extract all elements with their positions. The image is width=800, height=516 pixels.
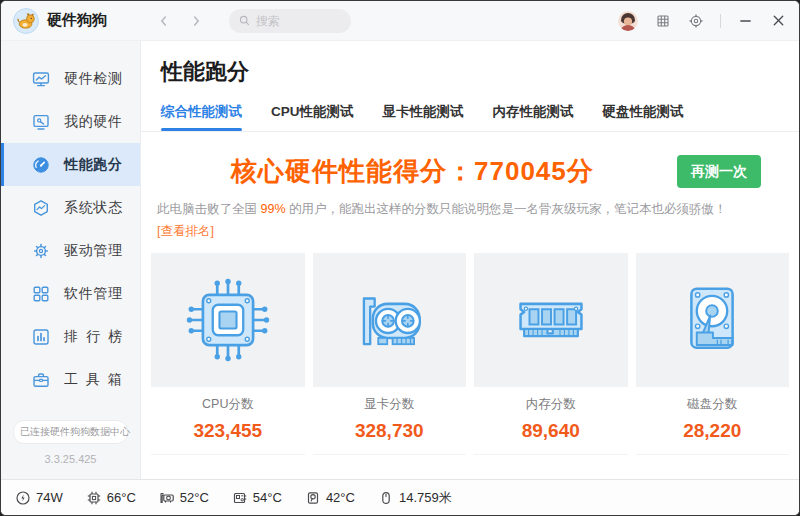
motherboard-temp-value: 54°C xyxy=(253,490,282,505)
gpu-score-label: 显卡分数 xyxy=(313,396,467,413)
sidebar-label: 驱动管理 xyxy=(64,242,122,260)
search-icon xyxy=(238,14,251,27)
toolbox-icon xyxy=(31,370,51,390)
sidebar-label: 工具箱 xyxy=(64,371,122,389)
gpu-score-card: 显卡分数 328,730 xyxy=(313,253,467,455)
status-cpu-temp: 66°C xyxy=(86,490,136,506)
retest-button[interactable]: 再测一次 xyxy=(677,155,761,188)
settings-gear-icon[interactable] xyxy=(687,12,704,29)
score-cards: CPU分数 323,455 xyxy=(141,240,799,455)
hdd-icon xyxy=(669,277,755,363)
status-disk-temp: 42°C xyxy=(305,490,355,506)
search-input[interactable] xyxy=(256,14,336,28)
feedback-grid-icon[interactable] xyxy=(654,12,671,29)
memory-score-label: 内存分数 xyxy=(474,396,628,413)
sidebar-item-software-management[interactable]: 软件管理 xyxy=(1,272,140,315)
app-title: 硬件狗狗 xyxy=(47,11,107,30)
tab-comprehensive-test[interactable]: 综合性能测试 xyxy=(161,103,242,131)
tab-memory-test[interactable]: 内存性能测试 xyxy=(493,103,574,131)
status-power: 74W xyxy=(15,490,63,506)
computer-icon xyxy=(31,112,51,132)
back-button[interactable] xyxy=(155,12,173,30)
status-mouse-distance: 14.759米 xyxy=(378,489,452,507)
sidebar-label: 性能跑分 xyxy=(64,156,122,174)
forward-button[interactable] xyxy=(187,12,205,30)
memory-score-value: 89,640 xyxy=(474,420,628,442)
cpu-temp-value: 66°C xyxy=(107,490,136,505)
minimize-button[interactable] xyxy=(737,12,754,29)
disk-score-value: 28,220 xyxy=(636,420,790,442)
tab-disk-test[interactable]: 硬盘性能测试 xyxy=(603,103,684,131)
sidebar-label: 软件管理 xyxy=(64,285,122,303)
sidebar: 硬件检测 我的硬件 性能跑分 xyxy=(1,41,141,479)
sidebar-item-benchmark[interactable]: 性能跑分 xyxy=(1,143,140,186)
gauge-icon xyxy=(31,155,51,175)
cpu-chip-icon xyxy=(86,490,102,506)
app-version: 3.3.25.425 xyxy=(13,453,128,465)
score-description: 此电脑击败了全国 99% 的用户，能跑出这样的分数只能说明您是一名骨灰级玩家，笔… xyxy=(141,189,799,221)
mouse-icon xyxy=(378,490,394,506)
mouse-distance-value: 14.759米 xyxy=(399,489,452,507)
cpu-icon xyxy=(185,277,271,363)
hexagon-icon xyxy=(31,198,51,218)
status-motherboard-temp: 54°C xyxy=(232,490,282,506)
tab-gpu-test[interactable]: 显卡性能测试 xyxy=(383,103,464,131)
app-window: 硬件狗狗 xyxy=(0,0,800,516)
dog-logo-icon xyxy=(13,8,39,34)
cpu-score-value: 323,455 xyxy=(151,420,305,442)
search-box[interactable] xyxy=(229,9,351,33)
sidebar-item-my-hardware[interactable]: 我的硬件 xyxy=(1,100,140,143)
close-button[interactable] xyxy=(770,12,787,29)
tab-cpu-test[interactable]: CPU性能测试 xyxy=(271,103,354,131)
disk-score-label: 磁盘分数 xyxy=(636,396,790,413)
disk-icon xyxy=(305,490,321,506)
sidebar-item-hardware-detect[interactable]: 硬件检测 xyxy=(1,57,140,100)
user-avatar[interactable] xyxy=(618,11,638,31)
sidebar-item-driver-management[interactable]: 驱动管理 xyxy=(1,229,140,272)
gpu-score-value: 328,730 xyxy=(313,420,467,442)
sidebar-item-system-status[interactable]: 系统状态 xyxy=(1,186,140,229)
app-grid-icon xyxy=(31,284,51,304)
sidebar-label: 我的硬件 xyxy=(64,113,122,131)
cpu-score-label: CPU分数 xyxy=(151,396,305,413)
sidebar-label: 排行榜 xyxy=(64,328,122,346)
disk-score-card: 磁盘分数 28,220 xyxy=(636,253,790,455)
gpu-temp-value: 52°C xyxy=(180,490,209,505)
app-logo: 硬件狗狗 xyxy=(13,8,141,34)
gear-icon xyxy=(31,241,51,261)
disk-temp-value: 42°C xyxy=(326,490,355,505)
title-bar: 硬件狗狗 xyxy=(1,1,799,41)
connection-status-badge: 已连接硬件狗狗数据中心 xyxy=(13,420,128,444)
status-gpu-temp: 52°C xyxy=(159,490,209,506)
view-ranking-link[interactable]: [查看排名] xyxy=(157,223,214,240)
cpu-score-card: CPU分数 323,455 xyxy=(151,253,305,455)
beat-percentage: 99% xyxy=(260,202,285,216)
sidebar-item-ranking[interactable]: 排行榜 xyxy=(1,315,140,358)
power-icon xyxy=(15,490,31,506)
benchmark-tabs: 综合性能测试 CPU性能测试 显卡性能测试 内存性能测试 硬盘性能测试 xyxy=(141,103,799,132)
desc-prefix: 此电脑击败了全国 xyxy=(157,202,260,216)
motherboard-icon xyxy=(232,490,248,506)
memory-score-card: 内存分数 89,640 xyxy=(474,253,628,455)
sidebar-item-toolbox[interactable]: 工具箱 xyxy=(1,358,140,401)
sidebar-label: 系统状态 xyxy=(64,199,122,217)
main-content: 性能跑分 综合性能测试 CPU性能测试 显卡性能测试 内存性能测试 硬盘性能测试… xyxy=(141,41,799,479)
desc-suffix: 的用户，能跑出这样的分数只能说明您是一名骨灰级玩家，笔记本也必须骄傲！ xyxy=(286,202,727,216)
bar-chart-icon xyxy=(31,327,51,347)
gpu-card-icon xyxy=(159,490,175,506)
sidebar-label: 硬件检测 xyxy=(64,70,122,88)
monitor-icon xyxy=(31,69,51,89)
ram-icon xyxy=(508,277,594,363)
titlebar-divider xyxy=(720,14,721,28)
gpu-icon xyxy=(346,277,432,363)
power-value: 74W xyxy=(36,490,63,505)
status-bar: 74W 66°C 52°C xyxy=(1,479,799,515)
page-title: 性能跑分 xyxy=(141,41,799,87)
